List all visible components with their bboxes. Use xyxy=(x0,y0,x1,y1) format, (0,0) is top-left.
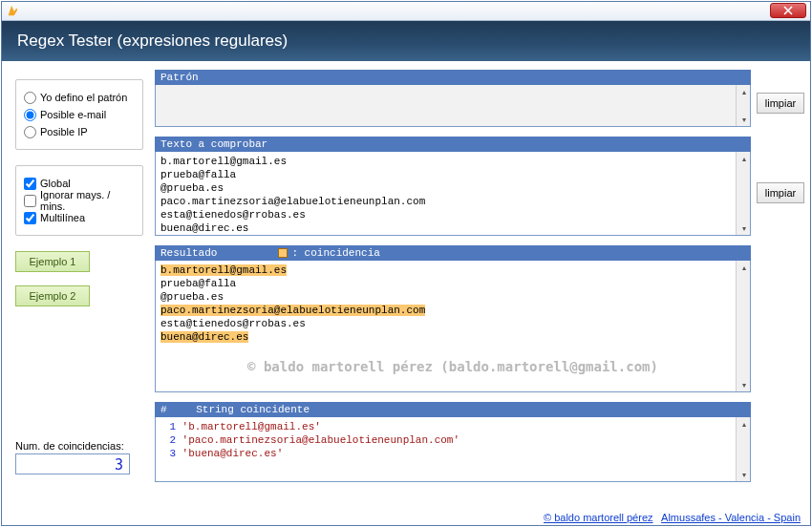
footer-author-link[interactable]: © baldo martorell pérez xyxy=(544,512,653,523)
pattern-mode-group: Yo defino el patrón Posible e-mail Posib… xyxy=(15,79,143,150)
check-ignorecase[interactable]: Ignorar mays. / mins. xyxy=(24,193,135,208)
scrollbar[interactable]: ▴▾ xyxy=(736,417,750,481)
pattern-text xyxy=(156,85,750,91)
match-legend-swatch xyxy=(278,248,288,258)
match-count-label: Num. de coincidencias: xyxy=(15,440,143,452)
close-icon xyxy=(783,6,793,15)
result-output: b.martorell@gmail.esprueba@falla@prueba.… xyxy=(155,261,751,392)
check-ignorecase-label: Ignorar mays. / mins. xyxy=(40,189,135,212)
scrollbar[interactable]: ▴▾ xyxy=(736,261,750,391)
check-global-label: Global xyxy=(40,178,71,189)
example-1-button[interactable]: Ejemplo 1 xyxy=(15,251,90,272)
example-2-button[interactable]: Ejemplo 2 xyxy=(15,285,90,306)
pattern-header: Patrón xyxy=(155,70,751,85)
footer: © baldo martorell pérez Almussafes - Val… xyxy=(544,512,801,523)
radio-define-label: Yo defino el patrón xyxy=(40,92,127,103)
page-title: Regex Tester (expresiones regulares) xyxy=(2,21,810,61)
test-text: b.martorell@gmail.es prueba@falla @prueb… xyxy=(156,152,750,238)
radio-email-label: Posible e-mail xyxy=(40,109,106,120)
titlebar-left xyxy=(6,4,19,17)
radio-ip-label: Posible IP xyxy=(40,126,88,137)
watermark: © baldo martorell pérez (baldo.martorell… xyxy=(247,359,658,374)
flags-group: Global Ignorar mays. / mins. Multilínea xyxy=(15,165,143,236)
test-panel: Texto a comprobar b.martorell@gmail.es p… xyxy=(155,137,751,236)
result-header: Resultado : coincidencia xyxy=(155,245,751,261)
check-multiline[interactable]: Multilínea xyxy=(24,210,135,225)
pattern-input[interactable]: ▴▾ xyxy=(155,85,751,127)
clear-test-button[interactable]: limpiar xyxy=(757,182,804,203)
result-panel: Resultado : coincidencia b.martorell@gma… xyxy=(155,245,751,392)
result-header-label: Resultado xyxy=(160,247,217,259)
table-text: 1 'b.martorell@gmail.es'2 'paco.martinez… xyxy=(156,417,750,463)
pattern-panel: Patrón ▴▾ xyxy=(155,70,751,127)
pattern-header-label: Patrón xyxy=(160,72,199,83)
match-count-value: 3 xyxy=(15,453,130,474)
radio-define[interactable]: Yo defino el patrón xyxy=(24,90,135,105)
close-button[interactable] xyxy=(770,3,806,18)
table-col-str: String coincidente xyxy=(196,404,310,415)
radio-ip[interactable]: Posible IP xyxy=(24,124,135,139)
scrollbar[interactable]: ▴▾ xyxy=(736,85,750,126)
scrollbar[interactable]: ▴▾ xyxy=(736,152,750,235)
test-header-label: Texto a comprobar xyxy=(160,138,267,150)
clear-pattern-button[interactable]: limpiar xyxy=(757,93,804,114)
match-legend-label: : coincidencia xyxy=(291,247,379,259)
app-window: Regex Tester (expresiones regulares) Yo … xyxy=(1,1,811,526)
table-col-idx: # xyxy=(160,404,183,415)
result-text: b.martorell@gmail.esprueba@falla@prueba.… xyxy=(156,261,750,347)
table-panel: # String coincidente 1 'b.martorell@gmai… xyxy=(155,402,751,482)
titlebar xyxy=(2,2,810,21)
footer-location-link[interactable]: Almussafes - Valencia - Spain xyxy=(661,512,801,523)
table-header: # String coincidente xyxy=(155,402,751,417)
table-output: 1 'b.martorell@gmail.es'2 'paco.martinez… xyxy=(155,417,751,482)
test-header: Texto a comprobar xyxy=(155,137,751,152)
radio-email[interactable]: Posible e-mail xyxy=(24,107,135,122)
test-input[interactable]: b.martorell@gmail.es prueba@falla @prueb… xyxy=(155,152,751,236)
app-icon xyxy=(6,4,19,17)
check-multiline-label: Multilínea xyxy=(40,212,85,223)
